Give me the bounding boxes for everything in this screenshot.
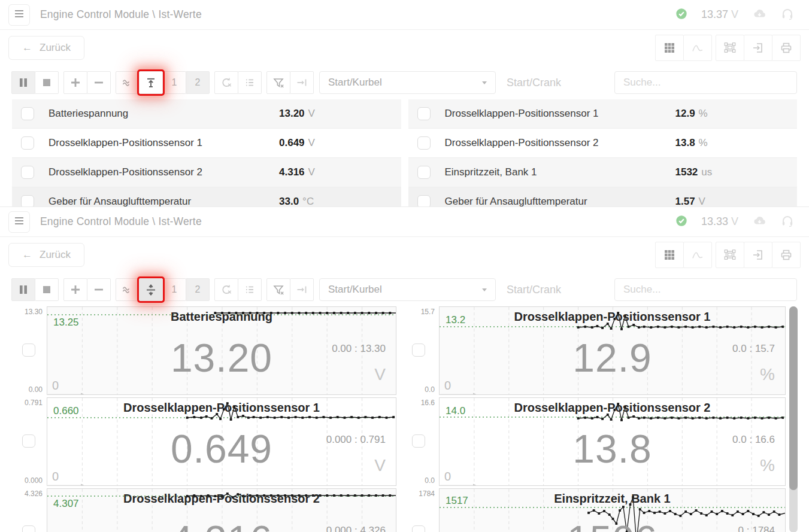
auto-scale-button[interactable] [139, 278, 163, 301]
page-2-button[interactable]: 2 [186, 71, 210, 94]
row-checkbox[interactable] [21, 107, 34, 120]
jump-to-end-button[interactable] [290, 278, 314, 301]
graph-checkbox[interactable] [412, 343, 425, 357]
wave-icon [120, 75, 135, 90]
list-view-button[interactable] [238, 278, 262, 301]
chart-view-button[interactable] [683, 242, 712, 268]
select-area-button[interactable] [716, 242, 744, 268]
jump-to-end-button[interactable] [290, 71, 314, 94]
parameter-value: 12.9 [675, 108, 695, 120]
graph-value: 13.8 [440, 426, 785, 472]
page-1-button[interactable]: 1 [162, 71, 186, 94]
stop-button[interactable] [35, 71, 59, 94]
graph-title: Drosselklappen-Positionssensor 1 [440, 310, 785, 324]
remove-parameter-button[interactable] [87, 71, 111, 94]
back-arrow-icon: ← [22, 42, 32, 54]
row-checkbox[interactable] [417, 195, 431, 206]
y-axis-max-label: 4.326 [25, 490, 43, 498]
clear-filter-button[interactable] [266, 71, 290, 94]
pause-button[interactable] [11, 71, 35, 94]
row-checkbox[interactable] [417, 166, 431, 179]
graph-checkbox[interactable] [412, 434, 425, 448]
headset-icon[interactable] [780, 7, 795, 23]
back-arrow-icon: ← [22, 249, 32, 261]
add-parameter-button[interactable] [63, 71, 87, 94]
print-button[interactable] [772, 35, 801, 61]
grid-icon [662, 41, 677, 55]
cloud-download-icon[interactable] [752, 214, 767, 230]
status-ok-icon [675, 7, 688, 23]
chevron-down-icon [482, 288, 487, 291]
panel-graph-view: Engine Control Module \ Ist-Werte 13.33 … [0, 206, 809, 532]
y-axis-min-label: 0.00 [29, 385, 43, 394]
filter-x-icon [271, 282, 286, 297]
cloud-download-icon[interactable] [752, 7, 767, 23]
row-checkbox[interactable] [21, 195, 34, 206]
cycle-dropdown[interactable]: Start/Kurbel [319, 278, 496, 301]
reset-zoom-button[interactable] [214, 71, 238, 94]
parameter-unit: % [699, 108, 708, 120]
scrollbar-thumb[interactable] [789, 306, 798, 490]
select-area-button[interactable] [716, 35, 744, 61]
reset-zoom-button[interactable] [214, 278, 238, 301]
graph-unit: % [760, 365, 775, 384]
graph-checkbox[interactable] [22, 343, 35, 357]
add-parameter-button[interactable] [63, 278, 87, 301]
stop-button[interactable] [35, 278, 59, 301]
row-checkbox[interactable] [417, 136, 431, 150]
app-header: Engine Control Module \ Ist-Werte 13.33 … [0, 207, 809, 237]
reset-zoom-icon [219, 75, 234, 90]
cycle-dropdown-value: Start/Kurbel [328, 284, 382, 296]
pause-button[interactable] [11, 278, 35, 301]
action-row: ← Zurück [0, 30, 809, 66]
headset-icon[interactable] [780, 214, 795, 230]
graph-title: Drosselklappen-Positionssensor 1 [47, 401, 396, 415]
row-checkbox[interactable] [21, 166, 34, 179]
graph-row: 0.7910.000Drosselklappen-Positionssensor… [0, 397, 809, 486]
select-area-icon [723, 41, 737, 55]
breadcrumb: Engine Control Module \ Ist-Werte [40, 8, 202, 21]
graph-checkbox[interactable] [22, 434, 35, 448]
page-1-button[interactable]: 1 [162, 278, 186, 301]
print-button[interactable] [772, 242, 801, 268]
export-button[interactable] [744, 242, 772, 268]
printer-icon [779, 41, 793, 55]
stop-icon [40, 75, 54, 90]
graph-checkbox[interactable] [412, 525, 425, 532]
chart-view-button[interactable] [683, 35, 712, 61]
tab-arrow-icon [295, 282, 309, 297]
clear-filter-button[interactable] [266, 278, 290, 301]
toolbar-buttons: 12 [12, 71, 314, 94]
row-checkbox[interactable] [417, 107, 431, 120]
back-label: Zurück [40, 249, 71, 261]
search-input[interactable] [614, 278, 797, 301]
parameter-unit: °C [302, 196, 314, 206]
back-button[interactable]: ← Zurück [8, 243, 84, 267]
list-view-button[interactable] [238, 71, 262, 94]
current-marker-label: 0.660 [53, 405, 79, 417]
fixed-scale-button[interactable] [139, 71, 163, 94]
graph-range: 0.000 : 0.791 [326, 434, 386, 446]
remove-parameter-button[interactable] [87, 278, 111, 301]
back-button[interactable]: ← Zurück [8, 36, 84, 60]
search-input[interactable] [614, 71, 797, 94]
graph-range: 0 : 1784 [738, 525, 775, 532]
grid-view-button[interactable] [655, 35, 684, 61]
page-2-button[interactable]: 2 [186, 278, 210, 301]
grid-view-button[interactable] [655, 242, 684, 268]
vertical-scrollbar[interactable] [789, 306, 798, 532]
values-column-right: Drosselklappen-Positionssensor 112.9%Dro… [408, 99, 798, 206]
menu-button[interactable] [8, 211, 30, 233]
y-axis-min-label: 0.0 [425, 385, 435, 394]
graph-range: 0.00 : 13.30 [332, 343, 386, 355]
menu-button[interactable] [8, 4, 30, 26]
export-button[interactable] [744, 35, 772, 61]
smoothing-button[interactable] [116, 71, 140, 94]
row-checkbox[interactable] [21, 136, 34, 150]
smoothing-button[interactable] [116, 278, 140, 301]
parameter-value: 33.0 [279, 196, 299, 206]
graph-gutter: 16.60.0 [396, 397, 439, 486]
cycle-dropdown[interactable]: Start/Kurbel [319, 71, 496, 94]
graph-checkbox[interactable] [22, 525, 35, 532]
values-table: Batteriespannung13.20VDrosselklappen-Pos… [0, 99, 809, 206]
